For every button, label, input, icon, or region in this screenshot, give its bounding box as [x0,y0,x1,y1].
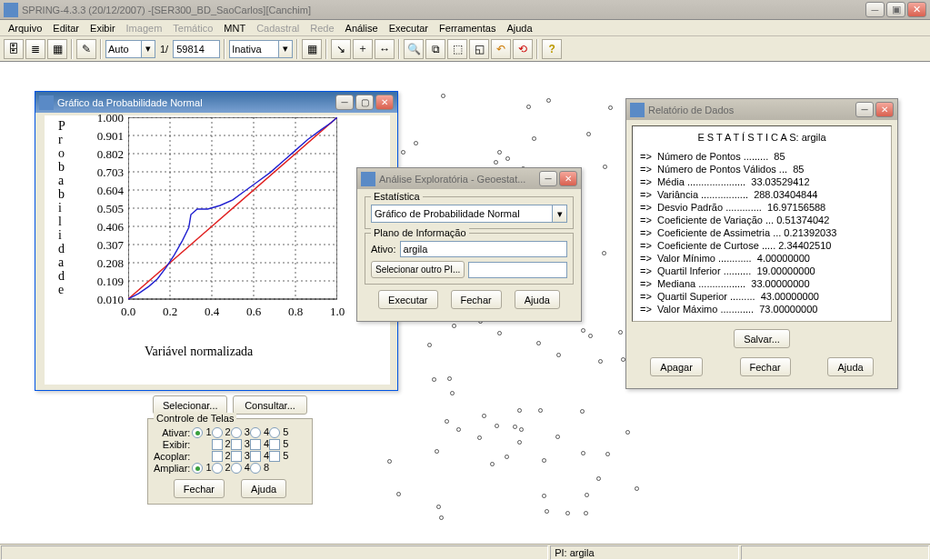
estatistica-combo[interactable]: Gráfico de Probabilidade Normal ▾ [371,205,567,223]
analise-ajuda-button[interactable]: Ajuda [515,290,560,309]
help-icon[interactable]: ? [542,39,562,59]
ampliar-4-radio[interactable] [231,463,242,474]
menu-ferramentas[interactable]: Ferramentas [435,22,500,35]
exibir-5-check[interactable] [269,439,280,450]
auto-combo[interactable]: Auto▾ [105,40,155,58]
acoplar-3-check[interactable] [231,451,242,462]
data-point [439,515,444,520]
ativar-2-radio[interactable] [212,427,223,438]
normal-probability-titlebar[interactable]: Gráfico da Probabilidade Normal ─ ▢ ✕ [35,92,397,113]
close-button[interactable]: ✕ [907,2,926,17]
stat-line: => Valor Máximo ............ 73.00000000 [640,303,884,315]
menu-mnt[interactable]: MNT [219,22,250,35]
exibir-3-check[interactable] [231,439,242,450]
menu-executar[interactable]: Executar [385,22,433,35]
menu-arquivo[interactable]: Arquivo [4,22,46,35]
distance-icon[interactable]: ↔ [375,39,395,59]
menu-exibir[interactable]: Exibir [85,22,120,35]
x-tick-label: 1.0 [324,305,351,319]
ativar-5-radio[interactable] [269,427,280,438]
undo-zoom-icon[interactable]: ↶ [491,39,511,59]
controle-ajuda-button[interactable]: Ajuda [241,479,286,498]
selecionar-outro-button[interactable]: Selecionar outro PI... [371,261,465,278]
layers-icon[interactable]: ≣ [25,39,45,59]
acoplar-2-check[interactable] [212,451,223,462]
relatorio-textarea[interactable]: E S T A T Í S T I C A S: argila => Númer… [632,125,892,322]
maximize-button[interactable]: ▣ [886,2,905,17]
ampliar-1-radio[interactable] [192,463,203,474]
refresh-icon[interactable]: ⟲ [513,39,533,59]
zoom-area-icon[interactable]: ⬚ [447,39,467,59]
data-point [538,408,543,413]
stat-line: => Coeficiente de Assimetria ... 0.21392… [640,226,884,239]
relatorio-fechar-button[interactable]: Fechar [740,357,791,376]
data-point [414,141,418,145]
db-icon[interactable]: 🗄 [4,39,24,59]
row-ativar: Ativar: 1 2 3 4 5 [154,426,288,438]
x-tick-label: 0.4 [198,305,225,319]
ativar-1-radio[interactable] [192,427,203,438]
analise-min-button[interactable]: ─ [539,171,557,186]
data-point [497,150,502,155]
grid-icon[interactable]: ▦ [302,39,322,59]
stat-line: => Mediana ................. 33.00000000 [640,277,884,290]
menu-rede[interactable]: Rede [305,22,338,35]
arrow-down-icon[interactable]: ↘ [331,39,351,59]
y-tick-label: 0.406 [83,220,124,235]
data-point [494,160,498,165]
draw-icon[interactable]: ✎ [76,39,96,59]
ativar-label: Ativar: [154,426,192,438]
apagar-button[interactable]: Apagar [650,357,702,376]
estatistica-combo-value: Gráfico de Probabilidade Normal [375,208,520,219]
data-point [490,462,495,466]
exibir-label: Exibir: [154,438,192,450]
selecionar-button[interactable]: Selecionar... [153,395,227,415]
normal-max-button[interactable]: ▢ [355,95,374,110]
estatistica-legend: Estatística [371,191,423,202]
zoom-selection-icon[interactable]: ⧉ [425,39,445,59]
data-point [441,94,445,98]
inativa-combo[interactable]: Inativa▾ [229,40,293,58]
ampliar-2-radio[interactable] [212,463,223,474]
ativar-3-radio[interactable] [231,427,242,438]
cat-icon[interactable]: ▦ [47,39,67,59]
exibir-2-check[interactable] [212,439,223,450]
salvar-button[interactable]: Salvar... [734,329,790,348]
ampliar-8-radio[interactable] [250,463,261,474]
y-tick-label: 1.000 [83,111,124,125]
scale-field[interactable]: 59814 [173,40,220,58]
normal-close-button[interactable]: ✕ [375,95,394,110]
menu-cadastral[interactable]: Cadastral [252,22,304,35]
outro-pi-field[interactable] [468,262,567,278]
zoom-all-icon[interactable]: ◱ [469,39,489,59]
menu-imagem[interactable]: Imagem [122,22,167,35]
controle-fechar-button[interactable]: Fechar [174,479,225,498]
relatorio-titlebar[interactable]: Relatório de Dados ─ ✕ [626,99,897,120]
exibir-4-check[interactable] [250,439,261,450]
y-tick-label: 0.604 [83,184,124,198]
menu-ajuda[interactable]: Ajuda [502,22,536,35]
relatorio-min-button[interactable]: ─ [855,102,874,117]
analise-titlebar[interactable]: Análise Exploratória - Geoestat... ─ ✕ [357,168,581,189]
analise-fechar-button[interactable]: Fechar [451,290,502,309]
acoplar-4-check[interactable] [250,451,261,462]
data-point [605,452,610,456]
menu-tematico[interactable]: Temático [168,22,217,35]
analise-close-button[interactable]: ✕ [559,171,577,186]
y-axis-label-char: i [58,201,65,215]
normal-min-button[interactable]: ─ [335,95,354,110]
data-point [586,132,591,136]
menu-editar[interactable]: Editar [48,22,84,35]
acoplar-5-check[interactable] [269,451,280,462]
zoom-in-icon[interactable]: 🔍 [404,39,424,59]
consultar-button[interactable]: Consultar... [233,395,307,415]
analise-executar-button[interactable]: Executar [378,290,437,309]
normal-probability-title: Gráfico da Probabilidade Normal [57,97,335,108]
plus-icon[interactable]: ＋ [353,39,373,59]
menu-analise[interactable]: Análise [341,22,383,35]
ativar-4-radio[interactable] [250,427,261,438]
relatorio-ajuda-button[interactable]: Ajuda [827,357,873,376]
ativo-field[interactable]: argila [400,241,567,257]
relatorio-close-button[interactable]: ✕ [875,102,894,117]
minimize-button[interactable]: ─ [865,2,885,17]
